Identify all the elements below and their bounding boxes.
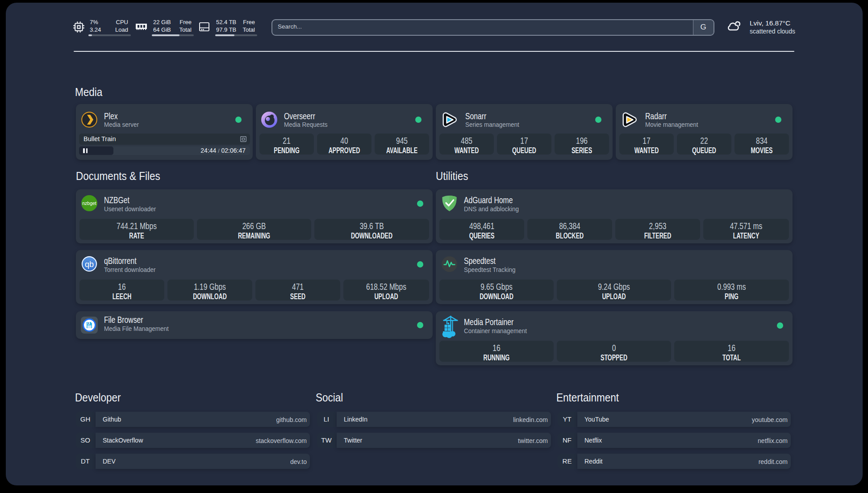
svg-text:qb: qb — [85, 260, 94, 269]
svg-text:nzbget: nzbget — [82, 201, 96, 206]
